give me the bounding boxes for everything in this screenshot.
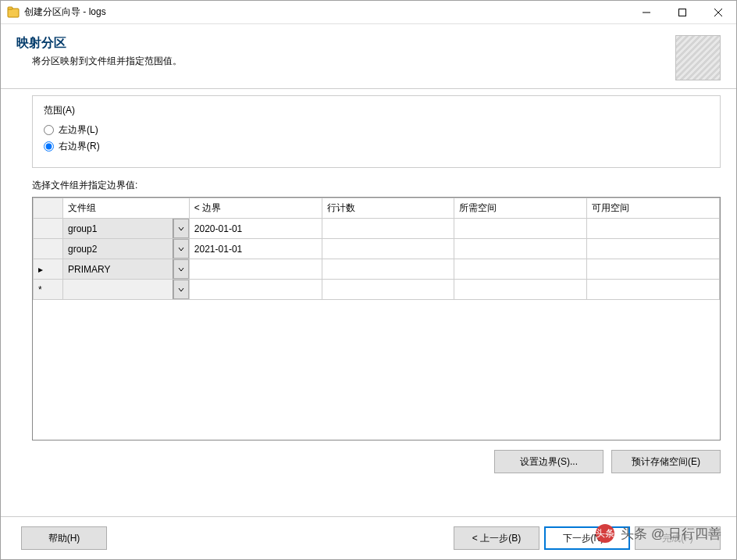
filegroup-cell[interactable] <box>62 280 189 300</box>
page-subtitle: 将分区映射到文件组并指定范围值。 <box>32 55 675 68</box>
col-rowcount: 行计数 <box>322 198 454 219</box>
watermark-icon: 头条 <box>596 524 614 543</box>
filegroup-value: group2 <box>63 239 173 259</box>
table-row[interactable]: * <box>34 280 720 300</box>
row-marker <box>34 219 63 239</box>
chevron-down-icon[interactable] <box>173 219 189 238</box>
cell-rowcount <box>322 280 454 300</box>
grid-header-row: 文件组 < 边界 行计数 所需空间 可用空间 <box>34 198 720 219</box>
right-boundary-input[interactable] <box>44 141 54 152</box>
wizard-header: 映射分区 将分区映射到文件组并指定范围值。 <box>1 24 736 89</box>
right-boundary-radio[interactable]: 右边界(R) <box>44 140 709 153</box>
cell-boundary[interactable] <box>189 280 322 300</box>
cell-available <box>587 280 720 300</box>
filegroup-value: PRIMARY <box>63 259 173 279</box>
cell-available <box>587 259 720 280</box>
range-legend: 范围(A) <box>44 104 709 117</box>
row-marker: * <box>34 280 63 300</box>
cell-boundary[interactable]: 2020-01-01 <box>189 219 322 239</box>
table-row[interactable]: group12020-01-01 <box>34 219 720 239</box>
svg-rect-3 <box>679 9 686 16</box>
set-boundaries-button[interactable]: 设置边界(S)... <box>494 450 603 473</box>
grid-table: 文件组 < 边界 行计数 所需空间 可用空间 group12020-01-01g… <box>33 198 720 300</box>
cell-rowcount <box>322 219 454 239</box>
cell-required <box>454 259 587 280</box>
window-title: 创建分区向导 - logs <box>24 5 628 19</box>
filegroup-combo[interactable]: group2 <box>63 239 189 259</box>
table-row[interactable]: ▸PRIMARY <box>34 259 720 280</box>
row-marker <box>34 239 63 259</box>
col-filegroup: 文件组 <box>62 198 189 219</box>
back-button[interactable]: < 上一步(B) <box>454 526 539 550</box>
svg-rect-1 <box>8 7 12 9</box>
filegroup-cell[interactable]: group1 <box>62 219 189 239</box>
chevron-down-icon[interactable] <box>173 259 189 279</box>
cell-required <box>454 239 587 259</box>
svg-rect-0 <box>8 9 19 17</box>
app-icon <box>7 6 20 19</box>
cell-required <box>454 219 587 239</box>
col-boundary: < 边界 <box>189 198 322 219</box>
left-boundary-input[interactable] <box>44 125 54 135</box>
chevron-down-icon[interactable] <box>173 239 189 259</box>
cell-boundary[interactable]: 2021-01-01 <box>189 239 322 259</box>
wizard-graphic <box>675 35 721 80</box>
grid-label: 选择文件组并指定边界值: <box>32 179 721 192</box>
watermark-text: 头条 @ 日行四善 <box>621 525 721 543</box>
estimate-storage-button[interactable]: 预计存储空间(E) <box>611 450 721 473</box>
cell-rowcount <box>322 259 454 280</box>
filegroup-value: group1 <box>63 219 173 238</box>
row-marker: ▸ <box>34 259 63 280</box>
window-controls <box>628 1 736 24</box>
wizard-window: 创建分区向导 - logs 映射分区 将分区映射到文件组并指定范围值。 范围(A… <box>0 0 737 560</box>
chevron-down-icon[interactable] <box>173 280 189 299</box>
help-button[interactable]: 帮助(H) <box>21 526 107 550</box>
titlebar: 创建分区向导 - logs <box>1 1 736 24</box>
watermark: 头条 头条 @ 日行四善 <box>596 524 721 543</box>
filegroup-combo[interactable]: PRIMARY <box>63 259 189 279</box>
filegroup-cell[interactable]: group2 <box>62 239 189 259</box>
cell-rowcount <box>322 239 454 259</box>
right-boundary-label: 右边界(R) <box>59 140 100 153</box>
filegroup-cell[interactable]: PRIMARY <box>62 259 189 280</box>
filegroup-combo[interactable] <box>63 280 189 299</box>
filegroup-combo[interactable]: group1 <box>63 219 189 238</box>
page-title: 映射分区 <box>16 35 675 52</box>
range-fieldset: 范围(A) 左边界(L) 右边界(R) <box>32 95 721 168</box>
left-boundary-radio[interactable]: 左边界(L) <box>44 123 709 137</box>
content-area: 范围(A) 左边界(L) 右边界(R) 选择文件组并指定边界值: 文件组 < 边… <box>1 89 736 516</box>
grid-action-row: 设置边界(S)... 预计存储空间(E) <box>32 450 721 473</box>
minimize-button[interactable] <box>628 1 664 24</box>
close-button[interactable] <box>700 1 736 24</box>
maximize-button[interactable] <box>664 1 700 24</box>
left-boundary-label: 左边界(L) <box>59 123 98 137</box>
col-available-space: 可用空间 <box>587 198 720 219</box>
cell-available <box>587 239 720 259</box>
cell-available <box>587 219 720 239</box>
table-row[interactable]: group22021-01-01 <box>34 239 720 259</box>
row-header-blank <box>34 198 63 219</box>
header-text: 映射分区 将分区映射到文件组并指定范围值。 <box>16 35 675 68</box>
cell-boundary[interactable] <box>189 259 322 280</box>
filegroup-grid[interactable]: 文件组 < 边界 行计数 所需空间 可用空间 group12020-01-01g… <box>32 197 721 441</box>
col-required-space: 所需空间 <box>454 198 587 219</box>
filegroup-value <box>63 280 173 299</box>
cell-required <box>454 280 587 300</box>
